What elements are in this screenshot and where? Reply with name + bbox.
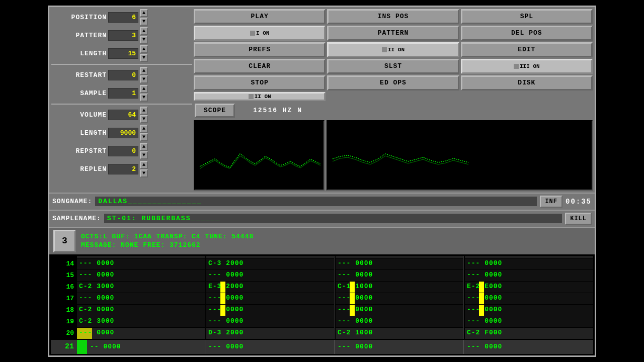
- rownum-14: 14: [51, 258, 76, 269]
- replen-value: 2: [108, 164, 138, 174]
- cell-20-2: D-3 2000: [206, 328, 334, 339]
- volume-label: VOLUME: [51, 111, 107, 119]
- cell-17-2: --- 0000: [206, 293, 334, 304]
- restart-up[interactable]: ▲: [140, 67, 148, 75]
- cell-15-3: --- 0000: [336, 270, 463, 281]
- track-col-1: --- 0000 --- 0000 C-2 3000 --- 0000 C-2 …: [77, 256, 205, 339]
- cell-20-1: --- 0000: [77, 328, 205, 339]
- pattern-label: PATTERN: [51, 32, 107, 39]
- cell-14-4: --- 0000: [465, 258, 593, 269]
- bottom-row: 21 -- 0000 --- 0000 --- 0000 --- 0000: [51, 340, 593, 354]
- rownum-15: 15: [51, 270, 76, 281]
- cell-19-2: --- 0000: [206, 316, 334, 327]
- repstrt-row: REPSTRT 0 ▲ ▼: [51, 143, 192, 159]
- inf-button[interactable]: INF: [540, 196, 562, 208]
- restart-row: RESTART 0 ▲ ▼: [51, 67, 192, 83]
- clear-button[interactable]: CLEAR: [194, 59, 326, 74]
- pattern-up[interactable]: ▲: [140, 27, 148, 35]
- on4-label: II ON: [255, 94, 271, 100]
- cell-16-3: C-1 1000: [336, 282, 463, 293]
- volume-down[interactable]: ▼: [140, 115, 148, 123]
- time-display: 00:35: [566, 198, 592, 206]
- cell-17-3: --- 0000: [336, 293, 463, 304]
- bottom-col-3: --- 0000: [336, 340, 464, 354]
- songname-label: SONGNAME:: [52, 198, 92, 205]
- slst-button[interactable]: SLST: [327, 59, 459, 74]
- length-row: LENGTH 15 ▲ ▼: [51, 45, 192, 62]
- info-bar: 3 OCTS:L BUF: 1CAA TRANSP: C4 TUNE: 5444…: [49, 227, 595, 254]
- cell-17-4: --- 0000: [465, 293, 593, 304]
- length-value: 15: [108, 48, 138, 59]
- ins-pos-button[interactable]: INS POS: [327, 9, 459, 24]
- on1-label: I ON: [256, 30, 269, 36]
- sample-up[interactable]: ▲: [140, 85, 148, 93]
- cell-18-3: --- 0000: [336, 305, 463, 316]
- track-col-2: C-3 2000 --- 0000 E-3 2000 --- 0000 --- …: [206, 256, 335, 339]
- restart-down[interactable]: ▼: [140, 75, 148, 83]
- cell-15-1: --- 0000: [77, 270, 205, 281]
- replen-label: REPLEN: [51, 165, 107, 173]
- cell-16-2: E-3 2000: [206, 282, 334, 293]
- track-number: 3: [53, 230, 76, 252]
- pattern-value: 3: [108, 30, 138, 41]
- sample-down[interactable]: ▼: [140, 94, 148, 102]
- cell-14-1: --- 0000: [77, 258, 205, 269]
- position-label: POSITION: [51, 14, 107, 21]
- volume-row: VOLUME 64 ▲ ▼: [51, 107, 192, 123]
- length-down[interactable]: ▼: [140, 54, 148, 62]
- repstrt-up[interactable]: ▲: [140, 143, 148, 151]
- restart-label: RESTART: [51, 71, 107, 79]
- scope-display-right: [327, 120, 593, 191]
- length2-down[interactable]: ▼: [140, 133, 148, 141]
- row-numbers: 14 15 16 17 18 19 20: [51, 256, 76, 339]
- position-value: 6: [108, 12, 138, 23]
- volume-up[interactable]: ▲: [140, 107, 148, 115]
- length2-row: LENGTH 9000 ▲ ▼: [51, 125, 192, 141]
- replen-row: REPLEN 2 ▲ ▼: [51, 161, 192, 177]
- rownum-19: 19: [51, 316, 76, 327]
- stop-button[interactable]: STOP: [194, 75, 326, 90]
- on3-button[interactable]: III ON: [461, 59, 593, 74]
- disk-button[interactable]: DISK: [461, 75, 593, 90]
- position-down[interactable]: ▼: [140, 18, 148, 26]
- on2-indicator: [382, 47, 387, 52]
- on1-button[interactable]: I ON: [194, 26, 326, 41]
- cell-15-2: --- 0000: [206, 270, 334, 281]
- rownum-20: 20: [51, 328, 76, 339]
- on2-button[interactable]: II ON: [327, 42, 459, 57]
- rownum-18: 18: [51, 305, 76, 316]
- cell-16-1: C-2 3000: [77, 282, 205, 293]
- samplename-bar: SAMPLENAME: ST-01: RUBBERBASS______ KILL: [49, 210, 595, 227]
- cell-18-2: --- 0000: [206, 305, 334, 316]
- restart-value: 0: [108, 70, 138, 80]
- replen-up[interactable]: ▲: [140, 161, 148, 169]
- cell-16-4: E-2 E000: [465, 282, 593, 293]
- pattern-button[interactable]: PATTERN: [327, 26, 459, 41]
- track-col-3: --- 0000 --- 0000 C-1 1000 --- 0000 --- …: [336, 256, 464, 339]
- prefs-button[interactable]: PREFS: [194, 42, 326, 57]
- kill-button[interactable]: KILL: [565, 213, 592, 225]
- on4-button[interactable]: II ON: [194, 92, 326, 101]
- play-button[interactable]: PLAY: [194, 9, 326, 24]
- on2-label: II ON: [388, 47, 405, 53]
- length-up[interactable]: ▲: [140, 45, 148, 53]
- replen-down[interactable]: ▼: [140, 169, 148, 177]
- del-pos-button[interactable]: DEL POS: [461, 26, 593, 41]
- on3-indicator: [514, 64, 519, 69]
- ed-ops-button[interactable]: ED OPS: [327, 75, 459, 90]
- edit-button[interactable]: EDIT: [461, 42, 593, 57]
- length2-up[interactable]: ▲: [140, 125, 148, 133]
- info-line2: MESSAGE: NONE FREE: 3712662: [81, 241, 591, 249]
- samplename-value: ST-01: RUBBERBASS______: [104, 214, 562, 223]
- cell-18-1: C-2 0000: [77, 305, 205, 316]
- songname-value: DALLAS_______________: [95, 197, 537, 206]
- spl-button[interactable]: SPL: [461, 9, 593, 24]
- rownum-17: 17: [51, 293, 76, 304]
- pattern-down[interactable]: ▼: [140, 36, 148, 44]
- repstrt-down[interactable]: ▼: [140, 151, 148, 159]
- position-up[interactable]: ▲: [140, 9, 148, 17]
- bottom-col-4: --- 0000: [465, 340, 593, 354]
- scope-button[interactable]: SCOPE: [195, 104, 235, 118]
- repstrt-value: 0: [108, 146, 138, 156]
- cell-20-4: C-2 F000: [465, 328, 593, 339]
